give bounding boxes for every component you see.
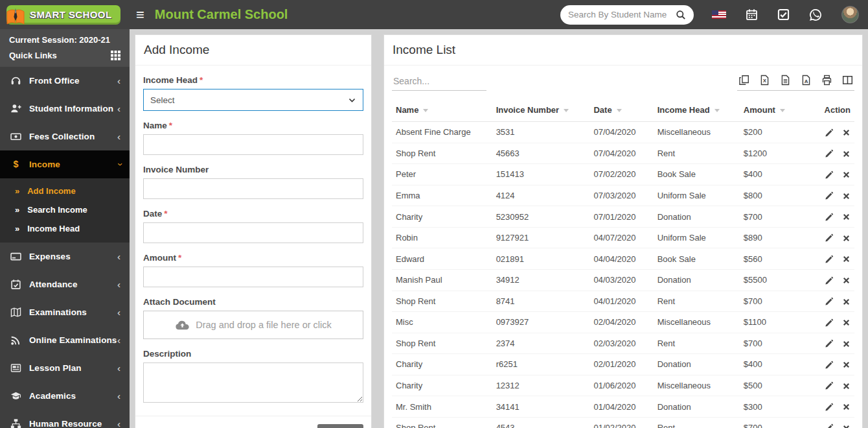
amount-field[interactable] <box>143 267 363 287</box>
delete-x-icon[interactable] <box>842 318 851 327</box>
sidebar-item-lesson-plan[interactable]: Lesson Plan‹ <box>0 354 130 382</box>
edit-pencil-icon[interactable] <box>825 191 834 200</box>
cell-invoice: 5230952 <box>492 206 590 228</box>
column-header-amount[interactable]: Amount <box>740 99 812 122</box>
cell-amount: $1200 <box>740 143 812 164</box>
edit-pencil-icon[interactable] <box>825 171 834 180</box>
description-field[interactable] <box>143 363 363 403</box>
student-search[interactable] <box>560 5 694 25</box>
sidebar-item-attendance[interactable]: Attendance‹ <box>0 270 130 298</box>
delete-x-icon[interactable] <box>842 150 851 158</box>
sidebar-item-label: Online Examinations <box>29 335 117 345</box>
invoice-number-field[interactable] <box>143 178 363 199</box>
edit-pencil-icon[interactable] <box>825 128 834 137</box>
print-export-icon[interactable] <box>821 75 832 86</box>
cell-invoice: 4543 <box>492 417 590 428</box>
delete-x-icon[interactable] <box>842 424 851 428</box>
edit-pencil-icon[interactable] <box>825 297 834 306</box>
sidebar-item-expenses[interactable]: Expenses‹ <box>0 243 130 270</box>
delete-x-icon[interactable] <box>842 192 851 200</box>
excel-export-icon[interactable]: X <box>759 75 770 86</box>
user-avatar[interactable] <box>841 6 862 23</box>
edit-pencil-icon[interactable] <box>825 318 834 327</box>
column-header-name[interactable]: Name <box>392 99 492 122</box>
edit-pencil-icon[interactable] <box>825 149 834 158</box>
file-dropzone[interactable]: Drag and drop a file here or click <box>143 311 363 339</box>
date-field[interactable] <box>143 222 363 243</box>
pdf-export-icon[interactable]: A <box>801 75 812 86</box>
cell-amount: $560 <box>740 248 812 270</box>
delete-x-icon[interactable] <box>842 382 851 390</box>
svg-text:$: $ <box>13 159 18 169</box>
calendar-icon[interactable] <box>746 8 758 21</box>
edit-pencil-icon[interactable] <box>825 361 834 370</box>
chevron-left-icon: ‹ <box>117 252 120 261</box>
submenu-item-add-income[interactable]: »Add Income <box>0 182 130 200</box>
cell-invoice: 34141 <box>492 396 590 418</box>
lesson-plan-icon <box>9 363 22 374</box>
cell-head: Miscellaneous <box>654 375 740 396</box>
edit-pencil-icon[interactable] <box>825 403 834 412</box>
menu-toggle-icon[interactable]: ≡ <box>136 8 144 22</box>
table-row: Edward02189104/04/2020Book Sale$560 <box>392 248 854 270</box>
edit-pencil-icon[interactable] <box>825 255 834 264</box>
quick-links-grid-icon[interactable] <box>111 51 120 60</box>
sidebar-item-online-examinations[interactable]: Online Examinations‹ <box>0 326 130 354</box>
delete-x-icon[interactable] <box>842 171 851 179</box>
sidebar-item-examinations[interactable]: Examinations‹ <box>0 298 130 326</box>
double-angle-icon: » <box>15 224 19 233</box>
sidebar-item-front-office[interactable]: Front Office‹ <box>0 67 130 95</box>
chevron-left-icon: ‹ <box>117 335 120 345</box>
column-header-invoice-number[interactable]: Invoice Number <box>492 99 590 122</box>
cell-action <box>812 164 854 185</box>
delete-x-icon[interactable] <box>842 276 851 285</box>
edit-pencil-icon[interactable] <box>825 276 834 285</box>
column-header-date[interactable]: Date <box>589 99 653 122</box>
task-check-icon[interactable] <box>777 8 790 21</box>
cell-action <box>812 227 854 248</box>
edit-pencil-icon[interactable] <box>825 339 834 348</box>
copy-export-icon[interactable] <box>738 75 749 86</box>
chevron-down-icon <box>348 96 356 104</box>
income-head-select[interactable]: Select <box>143 89 363 111</box>
cell-date: 02/01/2020 <box>589 354 653 375</box>
whatsapp-icon[interactable] <box>809 8 822 21</box>
delete-x-icon[interactable] <box>842 128 851 137</box>
cell-head: Uniform Sale <box>654 185 740 206</box>
field-label: Name* <box>143 121 363 130</box>
table-search-input[interactable] <box>392 73 486 91</box>
logo-area[interactable]: SMART SCHOOL <box>0 0 130 29</box>
search-icon[interactable] <box>676 10 686 20</box>
edit-pencil-icon[interactable] <box>825 423 834 428</box>
sort-arrow-icon <box>617 109 622 112</box>
sidebar-item-income[interactable]: $Income‹ <box>0 150 130 178</box>
sidebar-item-academics[interactable]: Academics‹ <box>0 382 130 410</box>
submenu-item-income-head[interactable]: »Income Head <box>0 219 130 238</box>
delete-x-icon[interactable] <box>842 234 851 243</box>
table-row: Charity1231201/06/2020Miscellaneous$500 <box>392 375 854 396</box>
student-search-input[interactable] <box>568 10 676 19</box>
sidebar-item-student-information[interactable]: Student Information‹ <box>0 95 130 123</box>
language-flag-icon[interactable] <box>712 10 726 19</box>
csv-export-icon[interactable] <box>780 75 791 86</box>
sidebar-item-label: Lesson Plan <box>29 363 117 373</box>
delete-x-icon[interactable] <box>842 255 851 263</box>
save-button[interactable]: Save <box>317 424 363 428</box>
name-field[interactable] <box>143 134 363 155</box>
edit-pencil-icon[interactable] <box>825 381 834 390</box>
delete-x-icon[interactable] <box>842 403 851 411</box>
cell-date: 07/03/2020 <box>589 185 653 206</box>
edit-pencil-icon[interactable] <box>825 233 834 243</box>
delete-x-icon[interactable] <box>842 340 851 348</box>
column-header-income-head[interactable]: Income Head <box>654 99 740 122</box>
submenu-item-search-income[interactable]: »Search Income <box>0 200 130 219</box>
delete-x-icon[interactable] <box>842 361 851 369</box>
columns-export-icon[interactable] <box>842 75 853 86</box>
delete-x-icon[interactable] <box>842 213 851 221</box>
edit-pencil-icon[interactable] <box>825 213 834 222</box>
attendance-icon <box>9 279 22 290</box>
delete-x-icon[interactable] <box>842 298 851 306</box>
expenses-icon <box>9 251 22 262</box>
sidebar-item-fees-collection[interactable]: Fees Collection‹ <box>0 123 130 150</box>
sidebar-item-human-resource[interactable]: Human Resource‹ <box>0 410 130 428</box>
